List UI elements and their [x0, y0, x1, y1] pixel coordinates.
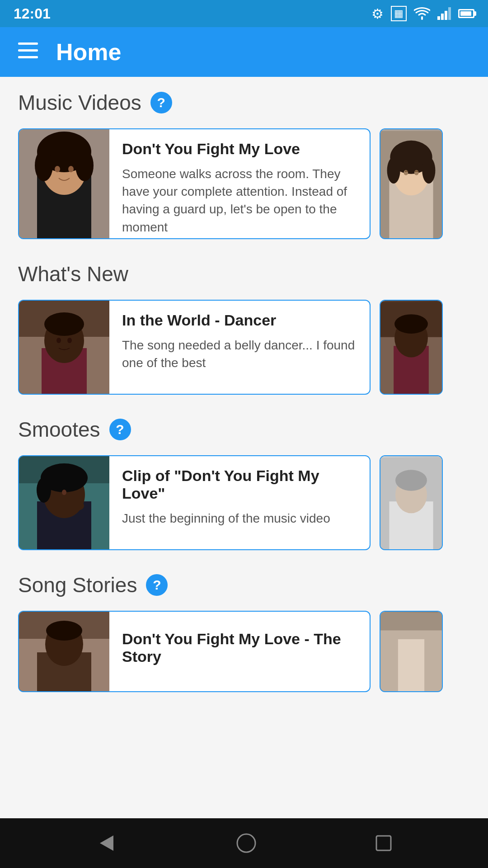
section-song-stories: Song Stories ? Don't You Fight My Love -… — [18, 573, 470, 692]
wifi-icon — [414, 7, 430, 20]
storage-icon: ▦ — [391, 6, 407, 21]
svg-rect-1 — [441, 14, 444, 20]
smootes-thumb-2 — [380, 456, 442, 550]
smootes-card-1[interactable]: Clip of "Don't You Fight My Love" Just t… — [18, 455, 371, 550]
svg-rect-4 — [18, 42, 38, 45]
svg-rect-54 — [398, 639, 424, 692]
section-whats-new: What's New — [18, 262, 470, 395]
recent-apps-button[interactable] — [375, 834, 393, 852]
smootes-title: Smootes — [18, 417, 100, 442]
smootes-card-2[interactable] — [380, 455, 443, 550]
status-time: 12:01 — [14, 5, 51, 22]
whats-new-card-1-text: In the World - Dancer The song needed a … — [109, 301, 370, 394]
music-videos-help-button[interactable]: ? — [150, 92, 172, 113]
svg-point-46 — [395, 470, 427, 491]
smootes-card-1-desc: Just the beginning of the music video — [122, 509, 357, 527]
music-videos-thumb-2 — [380, 129, 442, 239]
app-bar: Home — [0, 27, 488, 77]
svg-rect-3 — [448, 7, 451, 20]
nav-bar — [0, 818, 488, 868]
whats-new-header: What's New — [18, 262, 470, 286]
home-button[interactable] — [236, 833, 256, 853]
svg-marker-55 — [100, 835, 113, 851]
smootes-help-button[interactable]: ? — [109, 419, 131, 440]
music-videos-card-1-title: Don't You Fight My Love — [122, 140, 357, 158]
whats-new-cards: In the World - Dancer The song needed a … — [18, 300, 470, 395]
svg-point-29 — [67, 338, 72, 343]
svg-point-20 — [422, 157, 435, 184]
music-videos-card-2[interactable] — [380, 128, 443, 239]
smootes-card-1-text: Clip of "Don't You Fight My Love" Just t… — [109, 456, 370, 549]
whats-new-card-1[interactable]: In the World - Dancer The song needed a … — [18, 300, 371, 395]
status-bar: 12:01 ⚙ ▦ — [0, 0, 488, 27]
music-videos-thumb-1 — [19, 129, 109, 239]
svg-point-56 — [237, 834, 255, 852]
svg-point-11 — [35, 150, 53, 181]
song-stories-card-2[interactable] — [380, 611, 443, 692]
svg-point-42 — [71, 501, 84, 510]
whats-new-thumb-2 — [380, 301, 442, 395]
battery-icon — [458, 9, 474, 18]
svg-rect-0 — [437, 16, 440, 20]
music-videos-header: Music Videos ? — [18, 90, 470, 115]
svg-point-51 — [46, 621, 82, 641]
svg-point-27 — [44, 312, 84, 336]
main-content: Music Videos ? — [0, 77, 488, 818]
smootes-card-1-title: Clip of "Don't You Fight My Love" — [122, 467, 357, 502]
whats-new-title: What's New — [18, 262, 128, 286]
svg-rect-57 — [376, 836, 391, 850]
page-title: Home — [56, 38, 121, 66]
back-button[interactable] — [95, 832, 118, 854]
song-stories-title: Song Stories — [18, 573, 137, 597]
svg-rect-2 — [445, 11, 447, 20]
song-stories-header: Song Stories ? — [18, 573, 470, 597]
whats-new-card-2[interactable] — [380, 300, 443, 395]
song-stories-card-1[interactable]: Don't You Fight My Love - The Story — [18, 611, 371, 692]
smootes-header: Smootes ? — [18, 417, 470, 442]
signal-icon — [437, 7, 451, 20]
song-stories-thumb-1 — [19, 612, 109, 692]
music-videos-card-1-text: Don't You Fight My Love Someone walks ac… — [109, 129, 370, 238]
svg-point-28 — [56, 338, 61, 343]
svg-point-19 — [387, 157, 400, 184]
menu-button[interactable] — [18, 41, 38, 63]
smootes-cards: Clip of "Don't You Fight My Love" Just t… — [18, 455, 470, 550]
song-stories-help-button[interactable]: ? — [146, 574, 168, 596]
whats-new-card-1-desc: The song needed a belly dancer... I foun… — [122, 336, 357, 372]
music-videos-card-1-desc: Someone walks across the room. They have… — [122, 165, 357, 236]
song-stories-card-1-title: Don't You Fight My Love - The Story — [122, 630, 357, 665]
section-smootes: Smootes ? — [18, 417, 470, 550]
svg-point-13 — [55, 166, 60, 172]
svg-point-34 — [394, 314, 428, 334]
settings-icon: ⚙ — [371, 6, 384, 22]
svg-rect-6 — [18, 56, 38, 58]
whats-new-thumb-1 — [19, 301, 109, 395]
svg-point-41 — [62, 490, 66, 495]
song-stories-card-1-text: Don't You Fight My Love - The Story — [109, 612, 370, 691]
song-stories-thumb-2 — [380, 612, 442, 692]
whats-new-card-1-title: In the World - Dancer — [122, 311, 357, 329]
music-videos-cards: Don't You Fight My Love Someone walks ac… — [18, 128, 470, 239]
song-stories-cards: Don't You Fight My Love - The Story — [18, 611, 470, 692]
svg-point-40 — [37, 477, 51, 503]
music-videos-title: Music Videos — [18, 90, 141, 115]
svg-point-12 — [75, 150, 94, 181]
svg-point-14 — [68, 166, 74, 172]
music-videos-card-1[interactable]: Don't You Fight My Love Someone walks ac… — [18, 128, 371, 239]
svg-rect-5 — [18, 49, 38, 52]
smootes-thumb-1 — [19, 456, 109, 550]
section-music-videos: Music Videos ? — [18, 90, 470, 239]
status-icons: ⚙ ▦ — [371, 6, 474, 22]
